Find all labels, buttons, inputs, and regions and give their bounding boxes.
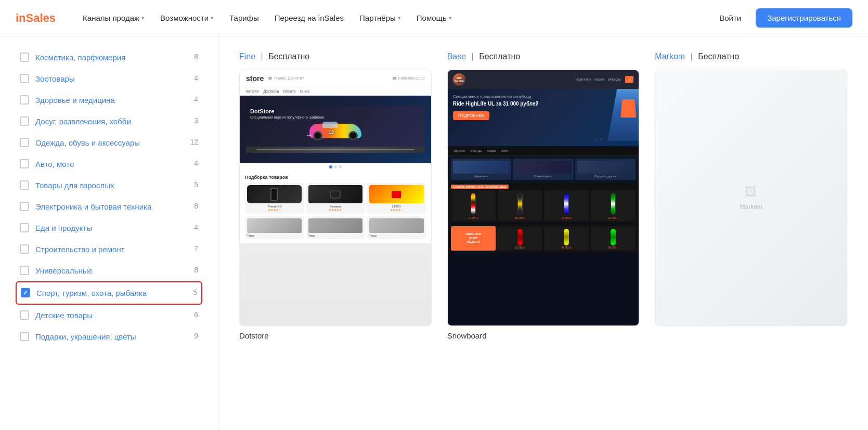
theme-card-snowboard[interactable]: 360ALIEN НОВИНКИ АКЦИИ БРЕНДЫ 2 <box>447 70 640 340</box>
theme-name-dotstore: Dotstore <box>239 331 432 340</box>
checkbox-gifts[interactable] <box>20 332 29 341</box>
section-title-fine: Fine | Бесплатно <box>239 52 309 61</box>
logo-suffix: ales <box>33 11 56 24</box>
nav-item-features[interactable]: Возможности ▾ <box>154 9 220 27</box>
section-header-markom: Markom | Бесплатно <box>655 52 847 61</box>
theme-preview-markom: 🖼 Markom <box>655 70 847 326</box>
page-body: Косметика, парфюмерия 8 Зоотовары 4 Здор… <box>0 36 868 430</box>
checkbox-electronics[interactable] <box>20 202 29 211</box>
sidebar: Косметика, парфюмерия 8 Зоотовары 4 Здор… <box>0 36 218 430</box>
markom-placeholder: 🖼 Markom <box>740 185 762 211</box>
checkbox-leisure[interactable] <box>20 116 29 126</box>
nav-item-help[interactable]: Помощь ▾ <box>410 9 458 27</box>
theme-preview-dotstore: store ☎ +7(999) 123-45-67 ☎ 8-888-000-00… <box>239 70 432 326</box>
navbar: inSales Каналы продаж ▾ Возможности ▾ Та… <box>0 0 868 36</box>
checkbox-health[interactable] <box>20 95 29 105</box>
logo-prefix: in <box>16 11 26 24</box>
chevron-down-icon: ▾ <box>398 15 401 21</box>
theme-card-markom[interactable]: 🖼 Markom <box>655 70 847 340</box>
logo[interactable]: inSales <box>16 11 56 25</box>
chevron-down-icon: ▾ <box>141 15 145 21</box>
section-header-base: Base | Бесплатно <box>447 52 640 61</box>
checkbox-construction[interactable] <box>20 244 29 254</box>
theme-card-dotstore[interactable]: store ☎ +7(999) 123-45-67 ☎ 8-888-000-00… <box>239 70 432 340</box>
nav-item-channels[interactable]: Каналы продаж ▾ <box>76 9 151 27</box>
section-header-fine: Fine | Бесплатно <box>239 52 432 61</box>
checkbox-sport[interactable] <box>21 288 30 297</box>
checkbox-auto[interactable] <box>20 159 29 168</box>
section-title-markom: Markom | Бесплатно <box>655 52 739 61</box>
section-headers: Fine | Бесплатно Base | Бесплатно Markom… <box>239 52 847 61</box>
sidebar-item-sport[interactable]: Спорт, туризм, охота, рыбалка 5 <box>16 281 202 305</box>
checkbox-adult[interactable] <box>20 180 29 190</box>
sidebar-item-electronics[interactable]: Электроника и бытовая техника 8 <box>16 196 202 217</box>
section-title-base: Base | Бесплатно <box>447 52 521 61</box>
sidebar-item-zoo[interactable]: Зоотовары 4 <box>16 68 202 89</box>
chevron-down-icon: ▾ <box>449 15 452 21</box>
nav-item-migration[interactable]: Переезд на inSales <box>268 9 350 27</box>
logo-accent: S <box>26 11 34 24</box>
nav-right: Войти Зарегистрироваться <box>713 8 852 28</box>
sidebar-item-cosmetics[interactable]: Косметика, парфюмерия 8 <box>16 47 202 68</box>
checkbox-clothing[interactable] <box>20 138 29 147</box>
nav-item-pricing[interactable]: Тарифы <box>223 9 265 27</box>
chevron-down-icon: ▾ <box>211 15 214 21</box>
theme-preview-snowboard: 360ALIEN НОВИНКИ АКЦИИ БРЕНДЫ 2 <box>447 70 640 326</box>
theme-name-snowboard: Snowboard <box>447 331 640 340</box>
main-content: Fine | Бесплатно Base | Бесплатно Markom… <box>218 36 868 430</box>
sidebar-item-health[interactable]: Здоровье и медицина 4 <box>16 89 202 111</box>
nav-item-partners[interactable]: Партнёры ▾ <box>353 9 407 27</box>
checkbox-zoo[interactable] <box>20 74 29 83</box>
sidebar-item-universal[interactable]: Универсальные 8 <box>16 260 202 281</box>
checkbox-food[interactable] <box>20 223 29 232</box>
checkbox-universal[interactable] <box>20 266 29 275</box>
themes-grid: store ☎ +7(999) 123-45-67 ☎ 8-888-000-00… <box>239 70 847 340</box>
sidebar-item-leisure[interactable]: Досуг, развлечения, хобби 3 <box>16 111 202 132</box>
login-button[interactable]: Войти <box>713 9 747 27</box>
sidebar-item-construction[interactable]: Строительство и ремонт 7 <box>16 239 202 260</box>
sidebar-item-adult[interactable]: Товары для взрослых 5 <box>16 175 202 196</box>
nav-links: Каналы продаж ▾ Возможности ▾ Тарифы Пер… <box>76 9 713 27</box>
checkbox-kids[interactable] <box>20 310 29 320</box>
register-button[interactable]: Зарегистрироваться <box>756 8 852 28</box>
sidebar-item-kids[interactable]: Детские товары 6 <box>16 305 202 326</box>
sidebar-item-clothing[interactable]: Одежда, обувь и аксессуары 12 <box>16 132 202 153</box>
sidebar-item-food[interactable]: Еда и продукты 4 <box>16 217 202 239</box>
sidebar-item-auto[interactable]: Авто, мото 4 <box>16 153 202 175</box>
sidebar-item-gifts[interactable]: Подарки, украшения, цветы 9 <box>16 326 202 347</box>
checkbox-cosmetics[interactable] <box>20 53 29 62</box>
